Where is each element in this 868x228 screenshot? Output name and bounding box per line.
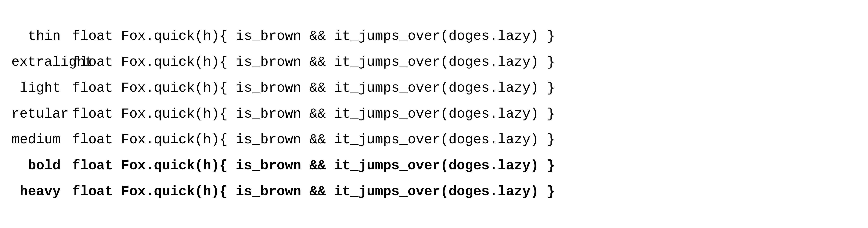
weight-label-light: light (11, 78, 72, 98)
sample-text-bold: float Fox.quick(h){ is_brown && it_jumps… (72, 156, 555, 175)
weight-label-extralight: extralight (11, 53, 72, 72)
font-weight-table: thinfloat Fox.quick(h){ is_brown && it_j… (11, 23, 857, 205)
font-row-light: lightfloat Fox.quick(h){ is_brown && it_… (11, 75, 857, 101)
weight-label-medium: medium (11, 130, 72, 150)
weight-label-thin: thin (11, 27, 72, 46)
sample-text-heavy: float Fox.quick(h){ is_brown && it_jumps… (72, 182, 555, 201)
sample-text-regular: float Fox.quick(h){ is_brown && it_jumps… (72, 104, 555, 124)
font-row-heavy: heavyfloat Fox.quick(h){ is_brown && it_… (11, 179, 857, 205)
font-row-medium: mediumfloat Fox.quick(h){ is_brown && it… (11, 127, 857, 153)
weight-label-bold: bold (11, 156, 72, 175)
weight-label-heavy: heavy (11, 182, 72, 201)
font-row-thin: thinfloat Fox.quick(h){ is_brown && it_j… (11, 23, 857, 49)
font-row-bold: boldfloat Fox.quick(h){ is_brown && it_j… (11, 153, 857, 179)
sample-text-thin: float Fox.quick(h){ is_brown && it_jumps… (72, 27, 555, 46)
sample-text-medium: float Fox.quick(h){ is_brown && it_jumps… (72, 130, 555, 150)
font-row-extralight: extralightfloat Fox.quick(h){ is_brown &… (11, 49, 857, 75)
weight-label-regular: retular (11, 104, 72, 124)
sample-text-extralight: float Fox.quick(h){ is_brown && it_jumps… (72, 53, 555, 72)
sample-text-light: float Fox.quick(h){ is_brown && it_jumps… (72, 78, 555, 98)
font-row-regular: retularfloat Fox.quick(h){ is_brown && i… (11, 101, 857, 127)
